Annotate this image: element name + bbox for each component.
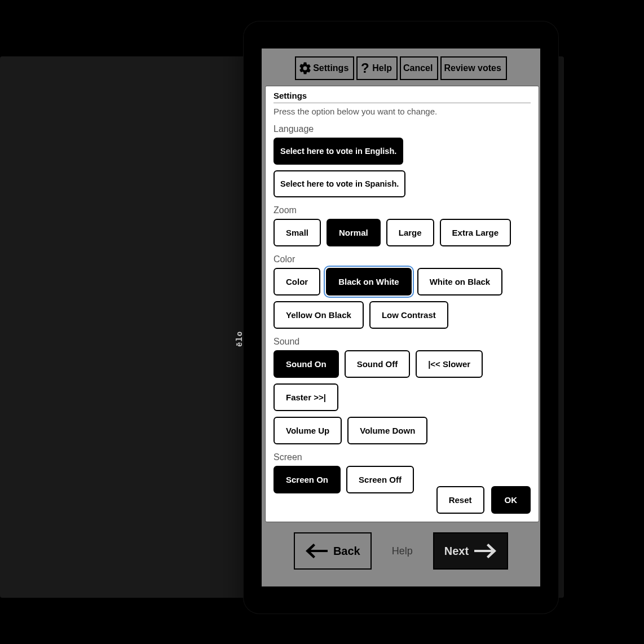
cancel-button-label: Cancel [403,63,433,73]
color-low-contrast-option[interactable]: Low Contrast [369,301,448,329]
review-votes-button-label: Review votes [444,63,501,73]
gear-icon [298,61,312,75]
zoom-options: Small Normal Large Extra Large [274,219,531,246]
device-brand-label: ēlo [235,331,244,347]
color-color-option[interactable]: Color [274,268,320,295]
zoom-section-label: Zoom [274,205,531,215]
arrow-right-icon [474,543,497,559]
zoom-large-option[interactable]: Large [386,219,434,246]
cancel-button[interactable]: Cancel [400,56,438,80]
sound-options-row-2: Volume Up Volume Down [274,417,531,444]
next-button-label: Next [444,545,469,558]
sound-faster-option[interactable]: Faster >>| [274,383,338,411]
color-yellow-on-black-option[interactable]: Yellow On Black [274,301,364,329]
settings-button-label: Settings [313,63,349,73]
zoom-normal-option[interactable]: Normal [327,219,381,246]
screen-section-label: Screen [274,452,531,462]
color-options: Color Black on White White on Black [274,268,531,295]
question-icon: ? [360,61,371,75]
volume-down-option[interactable]: Volume Down [347,417,427,444]
settings-modal: Settings Press the option below you want… [265,86,539,522]
help-button-label: Help [372,63,392,73]
color-black-on-white-option[interactable]: Black on White [326,268,412,295]
sound-section-label: Sound [274,337,531,347]
modal-title: Settings [274,91,531,103]
language-spanish-option[interactable]: Select here to vote in Spanish. [274,170,405,197]
sound-off-option[interactable]: Sound Off [345,350,410,378]
bottom-help-label[interactable]: Help [392,545,413,557]
sound-slower-option[interactable]: |<< Slower [416,350,483,378]
tablet-screen: Settings ? Help Cancel Review votes [261,47,541,588]
volume-up-option[interactable]: Volume Up [274,417,342,444]
color-options-row-2: Yellow On Black Low Contrast [274,301,531,329]
tablet-frame: ēlo Settings ? Help Cancel [244,21,558,614]
back-button[interactable]: Back [294,532,372,570]
screen-on-option[interactable]: Screen On [274,466,341,493]
sound-on-option[interactable]: Sound On [274,350,339,378]
review-votes-button[interactable]: Review votes [440,56,506,80]
bottom-nav: Back Help Next [262,532,540,570]
svg-text:?: ? [361,61,369,75]
language-section-label: Language [274,124,531,134]
top-toolbar: Settings ? Help Cancel Review votes [262,56,540,80]
settings-button[interactable]: Settings [295,56,354,80]
color-section-label: Color [274,254,531,264]
modal-footer: Reset OK [436,486,531,514]
page: ēlo Settings ? Help Cancel [0,0,644,644]
language-english-option[interactable]: Select here to vote in English. [274,138,403,165]
modal-subtitle: Press the option below you want to chang… [274,107,531,116]
help-button[interactable]: ? Help [356,56,398,80]
ok-button[interactable]: OK [491,486,531,514]
back-button-label: Back [333,545,360,558]
zoom-extra-large-option[interactable]: Extra Large [440,219,511,246]
next-button[interactable]: Next [433,532,508,570]
screen-off-option[interactable]: Screen Off [346,466,414,493]
color-white-on-black-option[interactable]: White on Black [417,268,503,295]
sound-options: Sound On Sound Off |<< Slower Faster >>| [274,350,531,411]
arrow-left-icon [305,543,328,559]
zoom-small-option[interactable]: Small [274,219,321,246]
language-options: Select here to vote in English. Select h… [274,138,531,197]
reset-button[interactable]: Reset [436,486,484,514]
